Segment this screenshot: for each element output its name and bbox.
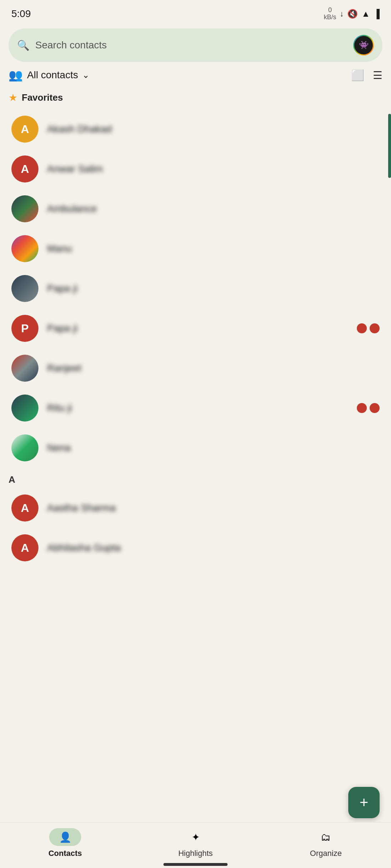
home-indicator xyxy=(163,863,228,866)
wifi-icon: ▲ xyxy=(361,9,370,19)
contact-name: Papa ji xyxy=(47,323,344,334)
avatar xyxy=(11,235,38,262)
organize-nav-icon-wrap: 🗂 xyxy=(310,828,342,846)
contact-row[interactable]: A Akash Dhakad xyxy=(0,109,391,149)
favorites-label: Favorites xyxy=(22,92,63,103)
mute-icon: 🔇 xyxy=(347,9,358,19)
contact-name: Ranjeet xyxy=(47,362,380,374)
contacts-selector[interactable]: 👥 All contacts ⌄ xyxy=(9,68,89,82)
contacts-nav-icon-wrap: 👤 xyxy=(49,828,81,846)
avatar xyxy=(11,275,38,302)
contact-row[interactable]: Manu xyxy=(0,229,391,269)
status-time: 5:09 xyxy=(11,8,31,20)
toolbar-icons: ⬜ ☰ xyxy=(351,69,382,81)
organize-icon: 🗂 xyxy=(321,831,331,843)
toolbar-row: 👥 All contacts ⌄ ⬜ ☰ xyxy=(0,68,391,82)
contact-row[interactable]: A Abhilasha Gupta xyxy=(0,528,391,568)
data-speed: 0kB/s xyxy=(324,7,336,21)
search-bar[interactable]: 🔍 Search contacts 👾 xyxy=(9,28,382,62)
label-icon[interactable]: ⬜ xyxy=(351,69,364,81)
battery-icon: ▐ xyxy=(374,9,380,19)
scroll-indicator xyxy=(388,114,391,178)
avatar xyxy=(11,434,38,461)
search-icon: 🔍 xyxy=(17,39,30,51)
contact-name: Anwar Salim xyxy=(47,163,380,175)
avatar xyxy=(11,395,38,422)
contact-name: Papa ji xyxy=(47,283,380,294)
avatar: A xyxy=(11,534,38,561)
contacts-icon: 👤 xyxy=(59,831,72,843)
favorites-section-header: ★ Favorites xyxy=(0,88,391,109)
contact-name: Manu xyxy=(47,243,380,254)
avatar xyxy=(11,355,38,382)
bottom-nav: 👤 Contacts ✦ Highlights 🗂 Organize xyxy=(0,822,391,868)
red-dots xyxy=(357,403,380,413)
alpha-divider: A xyxy=(0,468,391,488)
download-icon: ↓ xyxy=(340,9,344,18)
nav-highlights[interactable]: ✦ Highlights xyxy=(130,828,261,858)
contact-row[interactable]: Ritu ji xyxy=(0,388,391,428)
contact-name: Ritu ji xyxy=(47,402,344,414)
contact-row[interactable]: Nena xyxy=(0,428,391,468)
nav-organize[interactable]: 🗂 Organize xyxy=(261,828,391,858)
organize-nav-label: Organize xyxy=(310,849,342,858)
nav-contacts[interactable]: 👤 Contacts xyxy=(0,828,130,858)
search-input[interactable]: Search contacts xyxy=(35,39,348,51)
contact-row[interactable]: Ranjeet xyxy=(0,348,391,388)
chevron-down-icon: ⌄ xyxy=(82,70,89,80)
avatar: A xyxy=(11,155,38,182)
contact-name: Nena xyxy=(47,442,380,454)
profile-avatar-inner: 👾 xyxy=(354,36,373,54)
avatar xyxy=(11,195,38,222)
contact-row[interactable]: A Anwar Salim xyxy=(0,149,391,189)
contact-row[interactable]: A Aastha Sharma xyxy=(0,488,391,528)
avatar: A xyxy=(11,116,38,143)
all-contacts-label: All contacts xyxy=(27,69,78,81)
contacts-nav-label: Contacts xyxy=(48,849,82,858)
contacts-group-icon: 👥 xyxy=(9,68,23,82)
highlights-nav-icon-wrap: ✦ xyxy=(179,828,212,846)
contact-name: Aastha Sharma xyxy=(47,502,380,514)
contact-row[interactable]: P Papa ji xyxy=(0,308,391,348)
add-icon: + xyxy=(360,794,369,811)
avatar: P xyxy=(11,315,38,342)
red-dots xyxy=(357,323,380,333)
avatar: A xyxy=(11,494,38,522)
highlights-icon: ✦ xyxy=(192,831,200,843)
contact-row[interactable]: Papa ji xyxy=(0,269,391,308)
contact-name: Ambulance xyxy=(47,203,380,215)
contact-row[interactable]: Ambulance xyxy=(0,189,391,229)
status-icons: 0kB/s ↓ 🔇 ▲ ▐ xyxy=(324,7,380,21)
star-icon: ★ xyxy=(9,92,17,104)
contact-name: Abhilasha Gupta xyxy=(47,542,380,554)
add-contact-button[interactable]: + xyxy=(348,787,380,818)
profile-avatar[interactable]: 👾 xyxy=(353,35,374,55)
contact-name: Akash Dhakad xyxy=(47,123,380,135)
filter-icon[interactable]: ☰ xyxy=(373,69,382,81)
highlights-nav-label: Highlights xyxy=(178,849,213,858)
status-bar: 5:09 0kB/s ↓ 🔇 ▲ ▐ xyxy=(0,0,391,25)
